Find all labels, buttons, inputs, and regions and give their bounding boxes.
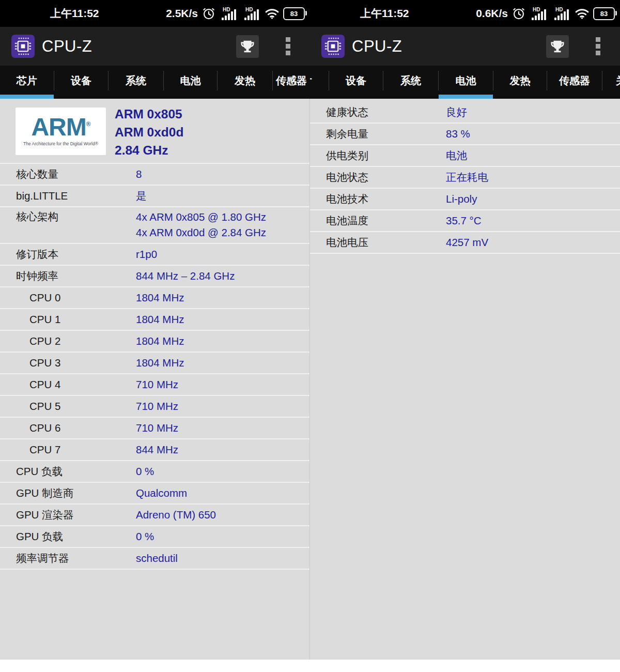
tab-battery[interactable]: 电池 [439, 66, 493, 99]
table-row: CPU 01804 MHz [0, 287, 310, 309]
battery-icon: 83 [593, 7, 615, 20]
table-row: CPU 负载0 % [0, 461, 310, 483]
tab-thermal[interactable]: 发热 [493, 66, 547, 99]
table-row: CPU 7844 MHz [0, 439, 310, 461]
svg-text:HD: HD [555, 7, 563, 12]
table-row: CPU 21804 MHz [0, 331, 310, 353]
table-row: GPU 渲染器Adreno (TM) 650 [0, 505, 310, 526]
dual-screenshot-canvas: 上午11:52 2.5K/s HD HD 83 [0, 0, 620, 672]
bottom-white-strip [0, 660, 620, 672]
table-row: 时钟频率844 MHz – 2.84 GHz [0, 266, 310, 287]
table-row: CPU 4710 MHz [0, 374, 310, 396]
signal-hd-icon: HD [219, 7, 238, 21]
status-icons: 2.5K/s HD HD 83 [166, 7, 310, 21]
clock-text: 上午11:52 [50, 6, 99, 21]
clock-text: 上午11:52 [360, 6, 409, 21]
tab-thermal[interactable]: 发热 [218, 66, 272, 99]
tab-bar: 芯片 设备 系统 电池 发热 传感器 关于 [310, 66, 620, 99]
status-bar: 上午11:52 0.6K/s HD HD 83 [310, 0, 620, 27]
tab-sensors[interactable]: 传感器 [547, 66, 602, 99]
trophy-icon [550, 39, 565, 54]
table-row: CPU 31804 MHz [0, 353, 310, 374]
battery-icon: 83 [283, 7, 305, 20]
tab-sensors[interactable]: 传感器 [273, 66, 310, 99]
tab-about-clipped[interactable]: 关于 [602, 66, 620, 99]
alarm-icon [512, 7, 525, 20]
signal-hd-icon: HD [529, 7, 548, 21]
table-row: 核心数量8 [0, 164, 310, 186]
svg-text:HD: HD [245, 7, 253, 12]
app-bar: CPU-Z [0, 27, 310, 66]
app-title: CPU-Z [352, 37, 402, 56]
network-speed: 0.6K/s [476, 7, 508, 20]
tab-bar: 芯片 设备 系统 电池 发热 传感器 [0, 66, 310, 99]
soc-table: 核心数量8 big.LITTLE是 核心架构4x ARM 0x805 @ 1.8… [0, 163, 310, 570]
signal-hd-icon: HD [552, 7, 571, 21]
overflow-menu-icon[interactable] [596, 37, 600, 55]
table-row: 剩余电量83 % [310, 124, 620, 145]
battery-content: 健康状态良好 剩余电量83 % 供电类别电池 电池状态正在耗电 电池技术Li-p… [310, 102, 620, 254]
alarm-icon [202, 7, 215, 20]
table-row: big.LITTLE是 [0, 186, 310, 207]
signal-hd-icon: HD [242, 7, 261, 21]
tab-device[interactable]: 设备 [54, 66, 108, 99]
table-row: 供电类别电池 [310, 145, 620, 167]
tab-soc-clipped[interactable]: 芯片 [310, 66, 329, 99]
soc-content: ARM® The Architecture for the Digital Wo… [0, 99, 310, 570]
cpu-chip-app-icon [11, 35, 35, 58]
table-row: 修订版本r1p0 [0, 244, 310, 266]
table-row: 电池温度35.7 °C [310, 210, 620, 232]
table-row: 电池技术Li-poly [310, 189, 620, 210]
cpu-chip-app-icon [321, 35, 345, 58]
table-row: 频率调节器schedutil [0, 548, 310, 570]
tab-system[interactable]: 系统 [109, 66, 163, 99]
table-row: CPU 6710 MHz [0, 418, 310, 439]
table-row: 健康状态良好 [310, 102, 620, 124]
left-phone-panel: 上午11:52 2.5K/s HD HD 83 [0, 0, 310, 660]
table-row: GPU 制造商Qualcomm [0, 483, 310, 505]
chip-clock-line: 2.84 GHz [115, 141, 183, 159]
tab-soc[interactable]: 芯片 [0, 66, 54, 99]
svg-text:HD: HD [223, 7, 230, 12]
tab-device[interactable]: 设备 [329, 66, 383, 99]
network-speed: 2.5K/s [166, 7, 198, 20]
table-row: GPU 负载0 % [0, 526, 310, 548]
wifi-icon [265, 8, 280, 20]
arm-logo: ARM® The Architecture for the Digital Wo… [16, 108, 106, 155]
status-icons: 0.6K/s HD HD 83 [476, 7, 620, 21]
table-row: 电池状态正在耗电 [310, 167, 620, 189]
right-phone-panel: 上午11:52 0.6K/s HD HD 83 [310, 0, 620, 660]
arm-tagline: The Architecture for the Digital World® [16, 141, 106, 146]
app-bar: CPU-Z [310, 27, 620, 66]
table-row: 电池电压4257 mV [310, 232, 620, 254]
overflow-menu-icon[interactable] [286, 37, 290, 55]
benchmark-trophy-button[interactable] [546, 35, 569, 58]
chip-model-line: ARM 0x805 [115, 105, 183, 123]
battery-table: 健康状态良好 剩余电量83 % 供电类别电池 电池状态正在耗电 电池技术Li-p… [310, 102, 620, 254]
tab-battery[interactable]: 电池 [164, 66, 217, 99]
svg-text:HD: HD [533, 7, 540, 12]
panel-seam-divider [309, 99, 310, 660]
tab-system[interactable]: 系统 [383, 66, 438, 99]
table-row: CPU 5710 MHz [0, 396, 310, 418]
trophy-icon [240, 39, 255, 54]
table-row: CPU 11804 MHz [0, 309, 310, 331]
table-row: 核心架构4x ARM 0x805 @ 1.80 GHz4x ARM 0xd0d … [0, 207, 310, 244]
chip-model-line: ARM 0xd0d [115, 123, 183, 141]
benchmark-trophy-button[interactable] [236, 35, 259, 58]
chip-title-lines: ARM 0x805 ARM 0xd0d 2.84 GHz [115, 105, 183, 159]
wifi-icon [575, 8, 590, 20]
app-title: CPU-Z [42, 37, 92, 56]
chip-header: ARM® The Architecture for the Digital Wo… [0, 99, 310, 163]
status-bar: 上午11:52 2.5K/s HD HD 83 [0, 0, 310, 27]
